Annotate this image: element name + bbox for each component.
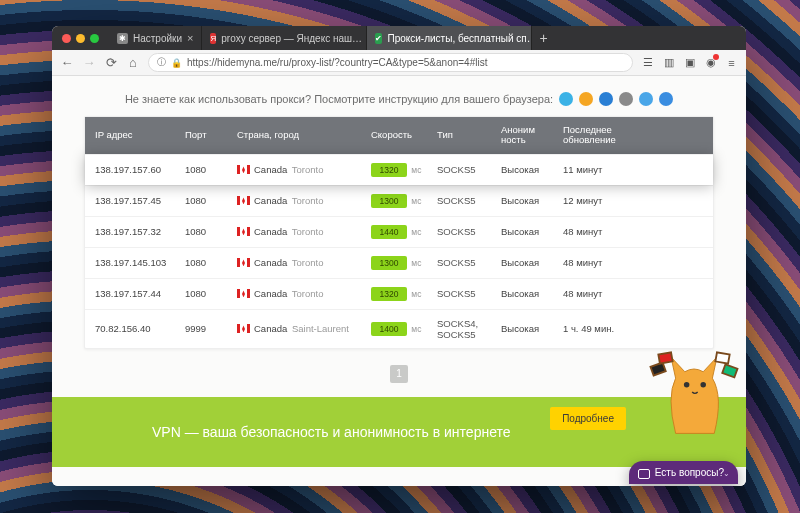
forward-icon[interactable]: → <box>82 56 96 70</box>
table-header: IP адрес Порт Страна, город Скорость Тип… <box>85 117 713 154</box>
cell-country: Canada Toronto <box>237 164 367 175</box>
vpn-banner: VPN — ваша безопасность и анонимность в … <box>52 397 746 467</box>
cell-country: Canada Toronto <box>237 195 367 206</box>
cell-port: 9999 <box>185 323 233 334</box>
col-type[interactable]: Тип <box>437 130 497 140</box>
new-tab-button[interactable]: + <box>532 26 554 50</box>
cell-ip: 138.197.157.44 <box>95 288 181 299</box>
cell-country: Canada Toronto <box>237 288 367 299</box>
browser-icon[interactable] <box>639 92 653 106</box>
close-tab-icon[interactable]: × <box>187 32 193 44</box>
cell-type: SOCKS5 <box>437 164 497 175</box>
cell-updated: 48 минут <box>563 257 635 268</box>
browser-icon[interactable] <box>659 92 673 106</box>
cell-anon: Высокая <box>501 164 559 175</box>
extension-icon[interactable]: ▣ <box>683 56 696 69</box>
maximize-window-button[interactable] <box>90 34 99 43</box>
tab-label: proxy сервер — Яндекс наш… <box>221 33 362 44</box>
col-anon[interactable]: Аноним ность <box>501 125 559 146</box>
table-row[interactable]: 138.197.145.1031080Canada Toronto1300 мс… <box>85 247 713 278</box>
tab-label: Настройки <box>133 33 182 44</box>
chat-text: Есть вопросы? <box>655 467 724 478</box>
tab-settings[interactable]: ✱ Настройки × <box>109 26 202 50</box>
cell-speed: 1300 мс <box>371 256 433 270</box>
page-number[interactable]: 1 <box>390 365 408 383</box>
cell-port: 1080 <box>185 257 233 268</box>
instruction-banner: Не знаете как использовать прокси? Посмо… <box>52 76 746 116</box>
url-input[interactable]: ⓘ 🔒 https://hidemyna.me/ru/proxy-list/?c… <box>148 53 633 72</box>
reload-icon[interactable]: ⟳ <box>104 56 118 70</box>
cell-ip: 138.197.157.60 <box>95 164 181 175</box>
col-updated[interactable]: Последнее обновление <box>563 125 635 146</box>
chat-widget[interactable]: Есть вопросы? ⌄ <box>629 461 738 484</box>
tab-strip: ✱ Настройки × Я proxy сервер — Яндекс на… <box>52 26 746 50</box>
table-row[interactable]: 138.197.157.321080Canada Toronto1440 мсS… <box>85 216 713 247</box>
cell-updated: 48 минут <box>563 226 635 237</box>
table-row[interactable]: 70.82.156.409999Canada Saint-Laurent1400… <box>85 309 713 348</box>
col-country[interactable]: Страна, город <box>237 130 367 140</box>
lock-icon: 🔒 <box>171 58 182 68</box>
cell-updated: 1 ч. 49 мин. <box>563 323 635 334</box>
browser-icon[interactable] <box>579 92 593 106</box>
info-icon[interactable]: ⓘ <box>157 56 166 69</box>
flag-ca-icon <box>237 165 250 174</box>
cell-anon: Высокая <box>501 226 559 237</box>
cell-type: SOCKS5 <box>437 288 497 299</box>
flag-ca-icon <box>237 196 250 205</box>
cell-anon: Высокая <box>501 288 559 299</box>
col-port[interactable]: Порт <box>185 130 233 140</box>
cell-type: SOCKS5 <box>437 195 497 206</box>
menu-icon[interactable]: ≡ <box>725 56 738 69</box>
home-icon[interactable]: ⌂ <box>126 56 140 70</box>
reader-icon[interactable]: ☰ <box>641 56 654 69</box>
table-row[interactable]: 138.197.157.601080Canada Toronto1320 мсS… <box>85 154 713 185</box>
tab-yandex-search[interactable]: Я proxy сервер — Яндекс наш… × <box>202 26 367 50</box>
back-icon[interactable]: ← <box>60 56 74 70</box>
address-bar: ← → ⟳ ⌂ ⓘ 🔒 https://hidemyna.me/ru/proxy… <box>52 50 746 76</box>
chevron-down-icon: ⌄ <box>723 469 730 478</box>
browser-icon[interactable] <box>599 92 613 106</box>
cell-updated: 12 минут <box>563 195 635 206</box>
cell-ip: 138.197.157.32 <box>95 226 181 237</box>
table-row[interactable]: 138.197.157.451080Canada Toronto1300 мсS… <box>85 185 713 216</box>
library-icon[interactable]: ▥ <box>662 56 675 69</box>
proxy-table: IP адрес Порт Страна, город Скорость Тип… <box>84 116 714 349</box>
cell-speed: 1440 мс <box>371 225 433 239</box>
flag-ca-icon <box>237 324 250 333</box>
shield-icon[interactable]: ◉ <box>704 56 717 69</box>
cell-anon: Высокая <box>501 195 559 206</box>
browser-icon[interactable] <box>619 92 633 106</box>
vpn-banner-text: VPN — ваша безопасность и анонимность в … <box>152 424 511 440</box>
col-speed[interactable]: Скорость <box>371 130 433 140</box>
page-content: Не знаете как использовать прокси? Посмо… <box>52 76 746 486</box>
cell-speed: 1400 мс <box>371 322 433 336</box>
cell-type: SOCKS5 <box>437 226 497 237</box>
desktop-background: ✱ Настройки × Я proxy сервер — Яндекс на… <box>0 0 800 513</box>
cell-updated: 11 минут <box>563 164 635 175</box>
close-window-button[interactable] <box>62 34 71 43</box>
tab-proxy-list[interactable]: ✔ Прокси-листы, бесплатный сп… × <box>367 26 532 50</box>
cell-updated: 48 минут <box>563 288 635 299</box>
flag-ca-icon <box>237 258 250 267</box>
url-text: https://hidemyna.me/ru/proxy-list/?count… <box>187 57 487 68</box>
minimize-window-button[interactable] <box>76 34 85 43</box>
cell-port: 1080 <box>185 164 233 175</box>
cell-port: 1080 <box>185 288 233 299</box>
tab-label: Прокси-листы, бесплатный сп… <box>387 33 532 44</box>
cell-anon: Высокая <box>501 257 559 268</box>
favicon-icon: Я <box>210 33 216 44</box>
browser-window: ✱ Настройки × Я proxy сервер — Яндекс на… <box>52 26 746 486</box>
table-row[interactable]: 138.197.157.441080Canada Toronto1320 мсS… <box>85 278 713 309</box>
col-ip[interactable]: IP адрес <box>95 130 181 140</box>
cell-speed: 1300 мс <box>371 194 433 208</box>
pagination: 1 <box>52 349 746 397</box>
cell-anon: Высокая <box>501 323 559 334</box>
cell-country: Canada Toronto <box>237 257 367 268</box>
vpn-learn-more-button[interactable]: Подробнее <box>550 407 626 430</box>
cell-country: Canada Toronto <box>237 226 367 237</box>
cell-type: SOCKS4, SOCKS5 <box>437 318 497 340</box>
browser-icon[interactable] <box>559 92 573 106</box>
cell-ip: 138.197.145.103 <box>95 257 181 268</box>
favicon-icon: ✱ <box>117 33 128 44</box>
cell-port: 1080 <box>185 195 233 206</box>
